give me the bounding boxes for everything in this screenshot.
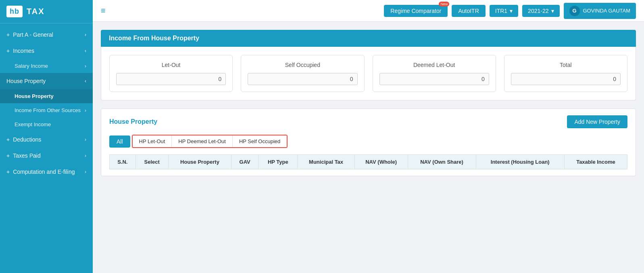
header-left: ≡ — [101, 6, 106, 15]
card-total-label: Total — [511, 62, 621, 68]
sidebar-label-house-property-parent: House Property — [6, 78, 46, 84]
hp-header: House Property Add New Property — [109, 115, 627, 128]
sidebar-label-deductions: Deductions — [13, 136, 41, 143]
user-menu-button[interactable]: G GOVINDA GAUTAM — [564, 3, 636, 19]
card-let-out-label: Let-Out — [116, 62, 226, 68]
regime-comparator-button[interactable]: New Regime Comparator — [384, 5, 448, 17]
header: ≡ New Regime Comparator AutoITR ITR1 ▾ 2… — [93, 0, 644, 22]
itr1-label: ITR1 — [495, 8, 507, 14]
chevron-taxes: › — [85, 153, 86, 158]
col-interest-housing-loan: Interest (Housing Loan) — [476, 155, 564, 169]
add-new-property-button[interactable]: Add New Property — [567, 115, 627, 128]
autoitr-button[interactable]: AutoITR — [452, 5, 485, 17]
chevron-other-sources: › — [85, 107, 86, 113]
logo-area: hb TAX — [0, 0, 93, 23]
itr1-button[interactable]: ITR1 ▾ — [490, 5, 518, 17]
col-select: Select — [135, 155, 168, 169]
col-taxable-income: Taxable Income — [564, 155, 627, 169]
filter-tabs: All HP Let-Out HP Deemed Let-Out HP Self… — [109, 135, 627, 148]
main-container: ≡ New Regime Comparator AutoITR ITR1 ▾ 2… — [93, 0, 644, 273]
year-selector-button[interactable]: 2021-22 ▾ — [522, 5, 559, 17]
logo-hb: hb — [6, 6, 23, 17]
chevron-part-a: › — [85, 32, 86, 38]
logo-tax: TAX — [27, 7, 45, 16]
plus-icon-taxes: + — [6, 152, 10, 159]
sidebar-label-computation: Computation and E-filing — [13, 169, 75, 175]
card-total-input[interactable] — [511, 73, 621, 85]
sidebar-label-exempt: Exempt Income — [15, 121, 51, 127]
sidebar-menu: + Part A - General › + Incomes ‹ Salary … — [0, 23, 93, 273]
header-right: New Regime Comparator AutoITR ITR1 ▾ 202… — [384, 3, 636, 19]
card-self-occupied: Self Occupied — [241, 55, 364, 92]
col-nav-whole: NAV (Whole) — [354, 155, 408, 169]
card-deemed-let-out: Deemed Let-Out — [373, 55, 496, 92]
col-house-property: House Property — [168, 155, 231, 169]
hamburger-icon[interactable]: ≡ — [101, 6, 106, 15]
card-self-occupied-label: Self Occupied — [248, 62, 357, 68]
sidebar-item-exempt-income[interactable]: Exempt Income — [0, 117, 93, 131]
income-house-property-section: Income From House Property Let-Out Self … — [101, 30, 636, 100]
tab-all[interactable]: All — [109, 135, 130, 148]
card-let-out: Let-Out — [109, 55, 233, 92]
sidebar-label-house-property-sub: House Property — [15, 93, 54, 99]
tab-hp-self-occupied[interactable]: HP Self Occupied — [233, 135, 287, 147]
user-name: GOVINDA GAUTAM — [583, 8, 631, 14]
income-section-header: Income From House Property — [101, 30, 636, 47]
sidebar-label-salary: Salary Income — [15, 63, 48, 69]
col-hp-type: HP Type — [258, 155, 298, 169]
card-deemed-let-out-input[interactable] — [379, 73, 489, 85]
col-gav: GAV — [231, 155, 258, 169]
card-let-out-input[interactable] — [116, 73, 226, 85]
year-chevron: ▾ — [551, 8, 554, 14]
col-municipal-tax: Municipal Tax — [298, 155, 354, 169]
income-section-title: Income From House Property — [109, 35, 199, 42]
year-label: 2021-22 — [528, 8, 548, 14]
card-total: Total — [504, 55, 627, 92]
table-header-row: S.N. Select House Property GAV HP Type M… — [110, 155, 627, 169]
col-nav-own-share: NAV (Own Share) — [408, 155, 476, 169]
chevron-house-property: ‹ — [85, 78, 86, 84]
income-cards-row: Let-Out Self Occupied Deemed Let-Out Tot… — [109, 55, 627, 92]
sidebar-item-salary-income[interactable]: Salary Income › — [0, 59, 93, 73]
sidebar-label-other-sources: Income From Other Sources — [15, 107, 81, 113]
new-badge: New — [439, 2, 449, 6]
sidebar-label-incomes: Incomes — [13, 48, 34, 54]
sidebar-item-house-property-parent[interactable]: House Property ‹ — [0, 73, 93, 89]
chevron-incomes: ‹ — [85, 48, 86, 54]
sidebar-item-incomes[interactable]: + Incomes ‹ — [0, 43, 93, 59]
plus-icon-incomes: + — [6, 48, 10, 54]
tabs-outlined-group: HP Let-Out HP Deemed Let-Out HP Self Occ… — [132, 135, 288, 148]
sidebar-item-computation[interactable]: + Computation and E-filing › — [0, 164, 93, 180]
sidebar: hb TAX + Part A - General › + Incomes ‹ … — [0, 0, 93, 273]
property-table-container: S.N. Select House Property GAV HP Type M… — [109, 154, 627, 169]
property-table: S.N. Select House Property GAV HP Type M… — [109, 154, 627, 169]
card-deemed-let-out-label: Deemed Let-Out — [379, 62, 489, 68]
sidebar-item-income-other-sources[interactable]: Income From Other Sources › — [0, 103, 93, 117]
tab-hp-let-out[interactable]: HP Let-Out — [133, 135, 172, 147]
col-sn: S.N. — [110, 155, 136, 169]
chevron-computation: › — [85, 169, 86, 175]
sidebar-item-house-property-sub[interactable]: House Property — [0, 89, 93, 103]
income-section-body: Let-Out Self Occupied Deemed Let-Out Tot… — [101, 47, 636, 100]
card-self-occupied-input[interactable] — [248, 73, 357, 85]
itr1-chevron: ▾ — [510, 8, 513, 14]
sidebar-item-taxes-paid[interactable]: + Taxes Paid › — [0, 148, 93, 164]
plus-icon-computation: + — [6, 169, 10, 175]
sidebar-item-deductions[interactable]: + Deductions › — [0, 131, 93, 148]
sidebar-label-taxes: Taxes Paid — [13, 152, 40, 159]
plus-icon-part-a: + — [6, 31, 10, 38]
sidebar-label-part-a: Part A - General — [13, 31, 53, 38]
chevron-salary: › — [85, 63, 86, 69]
tab-hp-deemed-let-out[interactable]: HP Deemed Let-Out — [172, 135, 233, 147]
hp-section-title: House Property — [109, 118, 157, 125]
house-property-section: House Property Add New Property All HP L… — [101, 108, 636, 176]
content-area: Income From House Property Let-Out Self … — [93, 22, 644, 273]
user-avatar: G — [569, 6, 580, 16]
chevron-deductions: › — [85, 137, 86, 142]
plus-icon-deductions: + — [6, 136, 10, 143]
sidebar-item-part-a-general[interactable]: + Part A - General › — [0, 27, 93, 43]
